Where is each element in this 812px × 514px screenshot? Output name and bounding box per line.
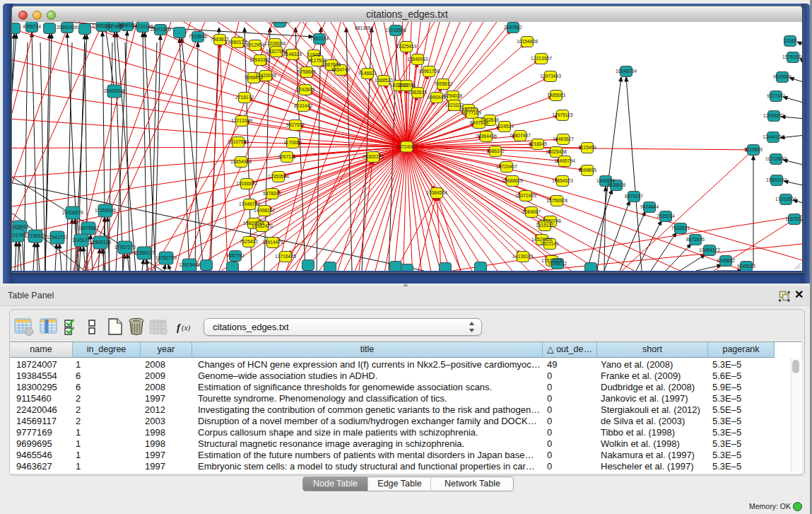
svg-text:9227342: 9227342 bbox=[767, 93, 785, 98]
svg-text:10025438: 10025438 bbox=[546, 149, 567, 154]
svg-text:8031440: 8031440 bbox=[294, 103, 312, 108]
svg-text:10154808: 10154808 bbox=[517, 39, 538, 44]
svg-text:9629966: 9629966 bbox=[773, 74, 792, 79]
svg-text:2087682: 2087682 bbox=[504, 25, 522, 30]
svg-text:12905135: 12905135 bbox=[90, 240, 111, 245]
svg-text:f: f bbox=[177, 322, 182, 333]
svg-text:7625402: 7625402 bbox=[240, 239, 258, 244]
svg-text:14982420: 14982420 bbox=[252, 223, 273, 228]
svg-text:5215955: 5215955 bbox=[744, 147, 763, 152]
svg-text:18654928: 18654928 bbox=[230, 159, 252, 164]
svg-text:12213389: 12213389 bbox=[231, 118, 252, 123]
svg-text:9084067: 9084067 bbox=[522, 209, 541, 214]
svg-text:17359936: 17359936 bbox=[95, 208, 116, 213]
svg-text:8471676: 8471676 bbox=[686, 237, 705, 242]
svg-text:7485063: 7485063 bbox=[547, 93, 565, 98]
svg-text:13226058: 13226058 bbox=[264, 41, 286, 46]
svg-text:16495794: 16495794 bbox=[554, 158, 575, 163]
svg-text:4055724: 4055724 bbox=[23, 24, 41, 29]
svg-text:3911741: 3911741 bbox=[12, 233, 26, 238]
svg-text:2242848: 2242848 bbox=[296, 87, 314, 92]
svg-text:10958117: 10958117 bbox=[134, 250, 155, 255]
svg-text:19166822: 19166822 bbox=[236, 181, 257, 186]
svg-text:9245012: 9245012 bbox=[737, 264, 755, 269]
svg-text:8660123: 8660123 bbox=[228, 40, 247, 45]
svg-text:11325419: 11325419 bbox=[396, 44, 417, 49]
svg-text:(x): (x) bbox=[182, 323, 191, 332]
svg-text:10210643: 10210643 bbox=[765, 156, 787, 161]
svg-text:8938928: 8938928 bbox=[607, 182, 625, 187]
svg-text:2522141: 2522141 bbox=[541, 241, 559, 246]
svg-text:12975115: 12975115 bbox=[552, 112, 573, 117]
svg-text:7955812: 7955812 bbox=[434, 81, 452, 86]
svg-text:11183: 11183 bbox=[784, 38, 796, 43]
svg-text:2367608: 2367608 bbox=[322, 62, 341, 67]
svg-text:10654122: 10654122 bbox=[699, 247, 720, 252]
svg-text:1167533: 1167533 bbox=[785, 216, 802, 221]
svg-text:8454749: 8454749 bbox=[331, 67, 350, 72]
svg-text:1624514: 1624514 bbox=[495, 124, 514, 129]
svg-text:17046788: 17046788 bbox=[239, 201, 260, 206]
svg-text:12093872: 12093872 bbox=[763, 113, 784, 118]
svg-text:12942737: 12942737 bbox=[47, 235, 68, 240]
svg-text:9474444: 9474444 bbox=[640, 204, 659, 209]
svg-text:14998242: 14998242 bbox=[254, 208, 275, 213]
svg-text:2718170: 2718170 bbox=[235, 95, 254, 100]
svg-text:2935114: 2935114 bbox=[657, 214, 675, 218]
svg-text:14136141: 14136141 bbox=[512, 254, 534, 259]
svg-text:7515546: 7515546 bbox=[189, 34, 207, 39]
svg-text:8813054: 8813054 bbox=[355, 25, 373, 30]
svg-text:25300273: 25300273 bbox=[363, 154, 384, 159]
svg-text:16648784: 16648784 bbox=[616, 69, 637, 74]
svg-text:16033809: 16033809 bbox=[269, 22, 290, 24]
svg-text:9245652: 9245652 bbox=[717, 258, 735, 263]
svg-text:11914479: 11914479 bbox=[262, 240, 283, 245]
svg-text:15640910: 15640910 bbox=[407, 57, 428, 62]
svg-text:15692971: 15692971 bbox=[766, 177, 787, 182]
svg-text:19218506: 19218506 bbox=[385, 28, 406, 33]
svg-text:3267110: 3267110 bbox=[278, 154, 296, 159]
svg-text:19654923: 19654923 bbox=[552, 178, 573, 183]
svg-text:18724007: 18724007 bbox=[396, 144, 418, 149]
svg-text:10756928: 10756928 bbox=[546, 198, 567, 203]
svg-text:2435061: 2435061 bbox=[12, 224, 29, 229]
svg-text:6479197: 6479197 bbox=[625, 194, 643, 199]
svg-text:9115460: 9115460 bbox=[578, 145, 596, 150]
svg-text:1588520: 1588520 bbox=[375, 78, 393, 83]
svg-text:18072493: 18072493 bbox=[515, 193, 536, 198]
svg-text:9777169: 9777169 bbox=[463, 110, 481, 115]
svg-text:16961758: 16961758 bbox=[418, 69, 440, 74]
svg-text:12353584: 12353584 bbox=[268, 174, 289, 179]
svg-text:10688609: 10688609 bbox=[502, 178, 523, 183]
svg-text:17010504: 17010504 bbox=[775, 197, 796, 201]
svg-text:16782759: 16782759 bbox=[155, 255, 177, 260]
svg-text:12213957: 12213957 bbox=[531, 56, 552, 61]
svg-text:14463627: 14463627 bbox=[553, 136, 574, 141]
svg-text:12156829: 12156829 bbox=[25, 233, 46, 238]
svg-text:9657791: 9657791 bbox=[226, 253, 245, 258]
svg-text:12444159: 12444159 bbox=[763, 134, 784, 139]
svg-text:10543382: 10543382 bbox=[249, 57, 271, 62]
svg-text:10807487: 10807487 bbox=[510, 133, 531, 138]
svg-text:7986372: 7986372 bbox=[486, 148, 505, 153]
svg-text:20691406: 20691406 bbox=[57, 25, 78, 30]
svg-text:20364436: 20364436 bbox=[476, 134, 497, 139]
svg-text:20206576: 20206576 bbox=[62, 210, 83, 215]
svg-text:10975867: 10975867 bbox=[78, 226, 99, 230]
svg-text:6216045: 6216045 bbox=[529, 141, 547, 146]
svg-text:1615112: 1615112 bbox=[536, 223, 554, 228]
svg-text:9699695: 9699695 bbox=[578, 168, 596, 173]
svg-text:1362615: 1362615 bbox=[408, 90, 427, 95]
svg-text:7357224: 7357224 bbox=[310, 36, 329, 41]
svg-text:8912954: 8912954 bbox=[246, 42, 264, 47]
svg-text:9146821: 9146821 bbox=[358, 71, 377, 76]
svg-text:7632621: 7632621 bbox=[671, 226, 690, 230]
svg-text:1203786: 1203786 bbox=[397, 83, 416, 88]
svg-text:9245012: 9245012 bbox=[548, 261, 567, 266]
svg-text:12923448: 12923448 bbox=[179, 262, 200, 267]
svg-text:6794028: 6794028 bbox=[444, 93, 462, 98]
svg-text:5756685: 5756685 bbox=[298, 69, 316, 74]
svg-text:9396416: 9396416 bbox=[245, 75, 263, 80]
svg-text:19384554: 19384554 bbox=[426, 190, 447, 195]
svg-text:17957275: 17957275 bbox=[114, 245, 136, 250]
